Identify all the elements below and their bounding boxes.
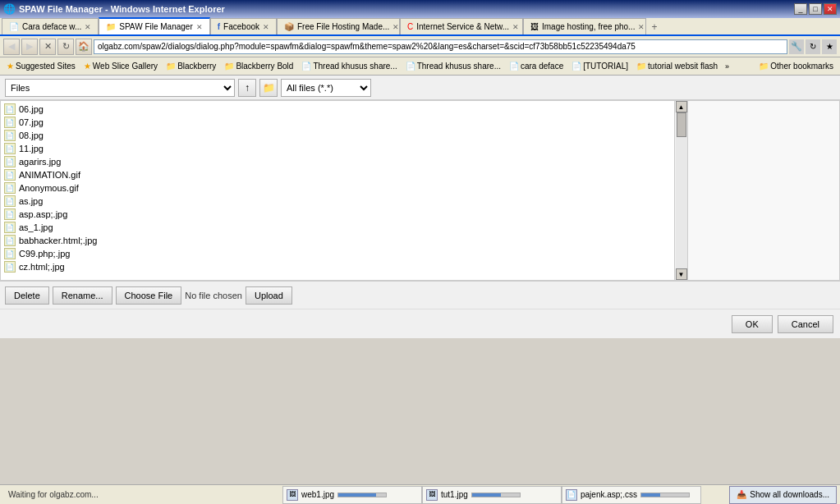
download-filename: tut1.jpg bbox=[441, 490, 468, 499]
list-item[interactable]: 📄 07.jpg bbox=[1, 116, 674, 129]
cancel-button[interactable]: Cancel bbox=[778, 315, 833, 333]
address-bar: ◀ ▶ ✕ ↻ 🏠 🔧 ↻ ★ bbox=[0, 36, 840, 57]
list-item[interactable]: 📄 11.jpg bbox=[1, 142, 674, 155]
list-item[interactable]: 📄 ANIMATION.gif bbox=[1, 168, 674, 181]
list-item[interactable]: 📄 babhacker.html;.jpg bbox=[1, 234, 674, 247]
scrollbar-up-button[interactable]: ▲ bbox=[676, 101, 687, 112]
tab-close-icon[interactable]: ✕ bbox=[512, 23, 519, 31]
tab-label: Facebook bbox=[223, 22, 259, 31]
download-item-pajenk[interactable]: 📄 pajenk.asp;.css bbox=[562, 486, 701, 504]
list-item[interactable]: 📄 as_1.jpg bbox=[1, 221, 674, 234]
ok-button[interactable]: OK bbox=[732, 315, 773, 333]
dialog-footer: OK Cancel bbox=[0, 309, 840, 338]
download-item-web1[interactable]: 🖼 web1.jpg bbox=[282, 486, 422, 504]
file-list-scrollbar[interactable]: ▲ ▼ bbox=[674, 101, 687, 280]
no-file-text: No file chosen bbox=[185, 291, 242, 300]
dialog-area: Files Images Documents ↑ 📁 All files (*.… bbox=[0, 76, 840, 338]
list-item[interactable]: 📄 06.jpg bbox=[1, 103, 674, 116]
tab-spaw-file-manager[interactable]: 📁 SPAW File Manager ✕ bbox=[99, 17, 209, 34]
file-icon: 📄 bbox=[4, 261, 16, 273]
close-button[interactable]: ✕ bbox=[824, 3, 837, 15]
list-item[interactable]: 📄 cz.html;.jpg bbox=[1, 260, 674, 273]
minimize-button[interactable]: _ bbox=[794, 3, 807, 15]
dialog-bottom: Delete Rename... Choose File No file cho… bbox=[0, 281, 840, 309]
download-file-icon: 📄 bbox=[566, 489, 577, 501]
file-icon: 📄 bbox=[4, 156, 16, 167]
bookmark-blackberry-bold[interactable]: 📁 Blackberry Bold bbox=[221, 61, 296, 71]
tab-bar: 📄 Cara deface w... ✕ 📁 SPAW File Manager… bbox=[0, 18, 840, 36]
title-bar: 🌐 SPAW File Manager - Windows Internet E… bbox=[0, 0, 840, 18]
other-bookmarks[interactable]: 📁 Other bookmarks bbox=[755, 61, 837, 71]
file-icon: 📄 bbox=[4, 182, 16, 194]
tab-close-icon[interactable]: ✕ bbox=[638, 23, 645, 31]
tab-close-icon[interactable]: ✕ bbox=[196, 23, 203, 31]
refresh-addr-icon[interactable]: ↻ bbox=[806, 39, 820, 54]
tab-close-icon[interactable]: ✕ bbox=[392, 23, 399, 31]
bookmark-tutorial-websit[interactable]: 📁 tutorial websit flash bbox=[633, 61, 721, 71]
download-item-tut1[interactable]: 🖼 tut1.jpg bbox=[422, 486, 562, 504]
download-progress-fill bbox=[472, 493, 501, 497]
bookmarks-overflow-button[interactable]: » bbox=[723, 62, 732, 71]
tab-close-icon[interactable]: ✕ bbox=[263, 23, 269, 31]
list-item[interactable]: 📄 as.jpg bbox=[1, 195, 674, 208]
bookmark-blackberry[interactable]: 📁 Blackberry bbox=[163, 61, 219, 71]
download-progress-bar bbox=[337, 493, 387, 497]
tab-close-icon[interactable]: ✕ bbox=[85, 23, 91, 31]
address-input[interactable] bbox=[94, 39, 787, 54]
file-icon: 📄 bbox=[4, 130, 16, 141]
bookmark-thread1[interactable]: 📄 Thread khusus share... bbox=[298, 61, 400, 71]
bookmark-web-slice[interactable]: ★ Web Slice Gallery bbox=[80, 61, 161, 71]
maximize-button[interactable]: □ bbox=[809, 3, 822, 15]
delete-button[interactable]: Delete bbox=[5, 286, 49, 305]
scrollbar-thumb[interactable] bbox=[677, 112, 686, 137]
scrollbar-down-button[interactable]: ▼ bbox=[676, 268, 687, 280]
bookmark-icon: ★ bbox=[84, 62, 91, 71]
status-bar: Waiting for olgabz.com... 🖼 web1.jpg 🖼 t… bbox=[0, 484, 840, 504]
refresh-button[interactable]: ↻ bbox=[57, 39, 74, 55]
upload-button[interactable]: Upload bbox=[246, 286, 292, 305]
show-all-downloads-button[interactable]: 📥 Show all downloads... bbox=[729, 486, 837, 504]
tab-free-hosting[interactable]: 📦 Free File Hosting Made... ✕ bbox=[277, 18, 400, 34]
filter-select[interactable]: All files (*.*) Images (*.jpg;*.png;*.gi… bbox=[281, 79, 371, 97]
bookmark-suggested-sites[interactable]: ★ Suggested Sites bbox=[3, 61, 79, 71]
directory-select[interactable]: Files Images Documents bbox=[5, 79, 235, 97]
list-item[interactable]: 📄 C99.php;.jpg bbox=[1, 247, 674, 260]
file-icon: 📄 bbox=[4, 117, 16, 128]
other-bookmarks-label: Other bookmarks bbox=[770, 62, 833, 71]
new-tab-button[interactable]: + bbox=[646, 20, 663, 34]
star-icon[interactable]: ★ bbox=[822, 39, 837, 54]
list-item[interactable]: 📄 agarirs.jpg bbox=[1, 155, 674, 168]
download-progress-bar bbox=[471, 493, 521, 497]
tab-cara-deface[interactable]: 📄 Cara deface w... ✕ bbox=[2, 18, 99, 34]
stop-button[interactable]: ✕ bbox=[39, 39, 56, 55]
forward-button[interactable]: ▶ bbox=[21, 39, 38, 55]
rename-button[interactable]: Rename... bbox=[53, 286, 112, 305]
tab-facebook[interactable]: f Facebook ✕ bbox=[210, 18, 277, 34]
compatibility-icon[interactable]: 🔧 bbox=[789, 39, 804, 54]
bookmark-label: Thread khusus share... bbox=[417, 62, 501, 71]
new-folder-button[interactable]: 📁 bbox=[259, 79, 278, 97]
file-icon: 📄 bbox=[4, 169, 16, 181]
bookmark-tutorial[interactable]: 📄 [TUTORIAL] bbox=[568, 61, 631, 71]
list-item[interactable]: 📄 08.jpg bbox=[1, 129, 674, 142]
go-up-button[interactable]: ↑ bbox=[238, 79, 256, 97]
tab-image-hosting[interactable]: 🖼 Image hosting, free pho... ✕ bbox=[523, 18, 646, 34]
choose-file-button[interactable]: Choose File bbox=[116, 286, 182, 305]
list-item[interactable]: 📄 asp.asp;.jpg bbox=[1, 208, 674, 221]
download-file-icon: 🖼 bbox=[287, 489, 298, 501]
tab-favicon: 🖼 bbox=[530, 22, 539, 31]
file-list[interactable]: 📄 06.jpg 📄 07.jpg 📄 08.jpg 📄 11.jpg 📄 bbox=[1, 101, 674, 280]
bookmark-icon: 📄 bbox=[301, 62, 311, 71]
other-bookmarks-folder-icon: 📁 bbox=[759, 62, 769, 71]
back-button[interactable]: ◀ bbox=[3, 39, 20, 55]
bookmark-thread2[interactable]: 📄 Thread khusus share... bbox=[402, 61, 504, 71]
tab-favicon: f bbox=[218, 22, 220, 31]
bookmark-label: Thread khusus share... bbox=[313, 62, 397, 71]
bookmark-icon: 📁 bbox=[166, 62, 176, 71]
tab-internet-service[interactable]: C Internet Service & Netw... ✕ bbox=[400, 18, 523, 34]
bookmark-label: Blackberry bbox=[177, 62, 216, 71]
home-button[interactable]: 🏠 bbox=[76, 39, 92, 55]
tab-label: Internet Service & Netw... bbox=[416, 22, 509, 31]
bookmark-cara-deface[interactable]: 📄 cara deface bbox=[506, 61, 567, 71]
list-item[interactable]: 📄 Anonymous.gif bbox=[1, 181, 674, 195]
